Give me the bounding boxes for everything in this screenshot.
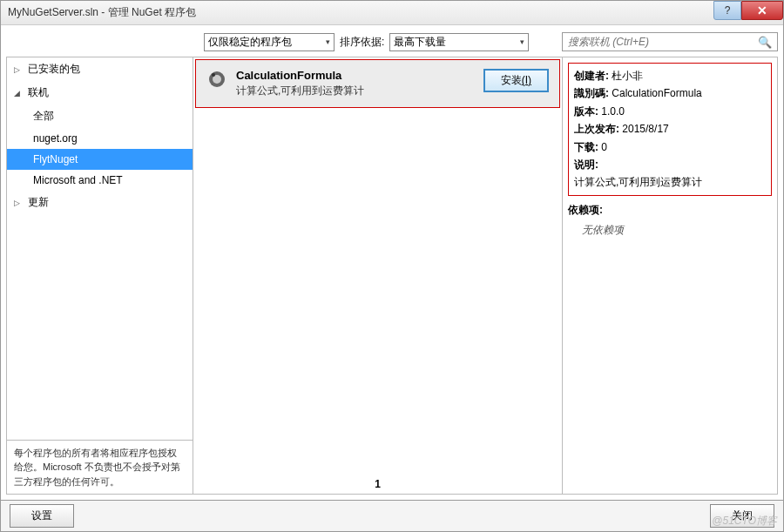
install-button[interactable]: 安装(I) (483, 69, 549, 92)
sidebar-item-all[interactable]: 全部 (7, 104, 193, 128)
titlebar: MyNuGetServer.sln - 管理 NuGet 程序包 ? ✕ (1, 1, 783, 25)
titlebar-buttons: ? ✕ (713, 1, 783, 24)
package-name: CalculationFormula (236, 69, 475, 82)
sidebar-item-label: 联机 (28, 85, 49, 100)
detail-row: 識別碼: CalculationFormula (574, 84, 766, 102)
content: 仅限稳定的程序包 ▾ 排序依据: 最高下载量 ▾ 🔍 (1, 25, 783, 500)
sidebar-item-label: FlytNuget (33, 153, 78, 165)
detail-row: 版本: 1.0.0 (574, 103, 766, 120)
detail-creator-label: 创建者: (574, 70, 609, 82)
arrow-right-icon: ▷ (14, 65, 23, 74)
sidebar-item-updates[interactable]: ▷ 更新 (7, 191, 193, 214)
window: MyNuGetServer.sln - 管理 NuGet 程序包 ? ✕ 仅限稳… (0, 0, 784, 532)
settings-button[interactable]: 设置 (10, 504, 74, 528)
sidebar-footer: 每个程序包的所有者将相应程序包授权给您。Microsoft 不负责也不会授予对第… (7, 440, 193, 495)
sidebar-item-label: 全部 (33, 109, 54, 124)
search-box[interactable]: 🔍 (562, 32, 778, 51)
sidebar-item-msnet[interactable]: Microsoft and .NET (7, 170, 193, 191)
detail-deps-label: 依赖项: (568, 203, 772, 218)
sort-dropdown[interactable]: 最高下载量 ▾ (389, 33, 529, 51)
detail-row: 说明: (574, 156, 766, 173)
sidebar-item-installed[interactable]: ▷ 已安装的包 (7, 57, 193, 81)
main-area: ▷ 已安装的包 ◢ 联机 全部 nuget.org FlytNuget (6, 57, 778, 495)
watermark: @51CTO博客 (712, 514, 777, 529)
sidebar-item-nugetorg[interactable]: nuget.org (7, 128, 193, 149)
sort-value: 最高下载量 (394, 35, 446, 50)
sort-by-label: 排序依据: (340, 35, 384, 50)
chevron-down-icon: ▾ (520, 37, 524, 46)
search-input[interactable] (568, 36, 758, 48)
detail-deps-none: 无依赖项 (568, 218, 772, 238)
sidebar-list: ▷ 已安装的包 ◢ 联机 全部 nuget.org FlytNuget (7, 57, 193, 440)
sidebar-item-label: nuget.org (33, 132, 78, 145)
stable-only-dropdown[interactable]: 仅限稳定的程序包 ▾ (204, 33, 335, 51)
detail-desc-label: 说明: (574, 158, 598, 171)
detail-downloads: 0 (601, 141, 607, 153)
svg-point-2 (212, 73, 215, 77)
package-info: CalculationFormula 计算公式,可利用到运费算计 (236, 69, 475, 98)
sidebar-item-label: Microsoft and .NET (33, 174, 123, 186)
package-desc: 计算公式,可利用到运费算计 (236, 84, 475, 98)
chevron-down-icon: ▾ (326, 37, 330, 46)
detail-id: CalculationFormula (612, 87, 701, 99)
stable-only-label: 仅限稳定的程序包 (208, 35, 292, 50)
window-title: MyNuGetServer.sln - 管理 NuGet 程序包 (8, 5, 713, 20)
detail-version: 1.0.0 (601, 105, 625, 118)
detail-creator: 杜小非 (612, 70, 643, 82)
detail-published-label: 上次发布: (574, 123, 619, 135)
detail-panel: 创建者: 杜小非 識別碼: CalculationFormula 版本: 1.0… (562, 57, 778, 495)
detail-box: 创建者: 杜小非 識別碼: CalculationFormula 版本: 1.0… (568, 63, 772, 196)
detail-published: 2015/8/17 (622, 123, 668, 135)
sidebar-item-label: 已安装的包 (28, 62, 80, 77)
arrow-down-icon: ◢ (14, 89, 23, 98)
detail-id-label: 識別碼: (574, 87, 609, 99)
sidebar-item-label: 更新 (28, 195, 49, 210)
detail-version-label: 版本: (574, 105, 598, 118)
package-icon (206, 69, 227, 90)
detail-deps: 依赖项: 无依赖项 (568, 203, 772, 238)
package-list: CalculationFormula 计算公式,可利用到运费算计 安装(I) 1 (193, 57, 562, 495)
detail-row: 创建者: 杜小非 (574, 67, 766, 84)
sidebar: ▷ 已安装的包 ◢ 联机 全部 nuget.org FlytNuget (6, 57, 193, 495)
detail-downloads-label: 下载: (574, 141, 598, 153)
bottom-bar: 设置 关闭 (1, 500, 783, 531)
package-item[interactable]: CalculationFormula 计算公式,可利用到运费算计 安装(I) (195, 59, 560, 108)
pagination-current: 1 (193, 475, 562, 494)
sidebar-item-online[interactable]: ◢ 联机 (7, 81, 193, 104)
help-button[interactable]: ? (713, 1, 741, 20)
detail-desc: 计算公式,可利用到运费算计 (574, 173, 766, 191)
detail-row: 上次发布: 2015/8/17 (574, 120, 766, 138)
toolbar: 仅限稳定的程序包 ▾ 排序依据: 最高下载量 ▾ 🔍 (6, 30, 778, 53)
search-icon[interactable]: 🔍 (758, 36, 772, 49)
detail-row: 下载: 0 (574, 138, 766, 156)
arrow-right-icon: ▷ (14, 199, 23, 207)
sidebar-item-flytnuget[interactable]: FlytNuget (7, 149, 193, 170)
close-window-button[interactable]: ✕ (741, 1, 783, 20)
